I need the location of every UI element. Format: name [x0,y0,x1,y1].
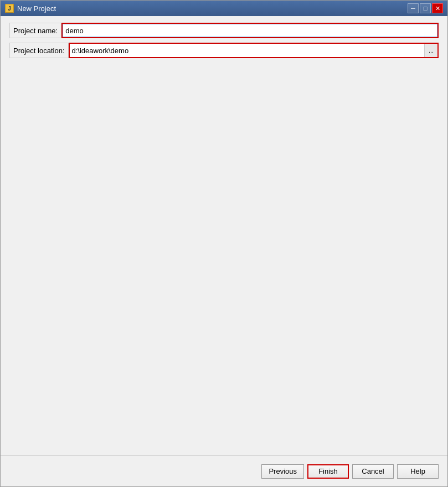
button-bar: Previous Finish Cancel Help [1,455,447,486]
window-icon: J [5,4,14,13]
new-project-dialog: J New Project ─ □ ✕ Project name: Projec… [0,0,448,487]
finish-button[interactable]: Finish [307,464,349,479]
title-bar-left: J New Project [5,4,56,13]
cancel-button[interactable]: Cancel [352,464,394,479]
window-controls: ─ □ ✕ [408,3,443,13]
project-location-input-wrapper: ... [69,43,439,58]
close-button[interactable]: ✕ [432,3,443,13]
previous-button[interactable]: Previous [261,464,304,479]
window-title: New Project [17,4,56,13]
project-location-row: Project location: ... [9,43,439,58]
project-name-input-wrapper [61,23,439,38]
project-name-label: Project name: [9,23,61,38]
content-spacer [9,63,439,449]
project-name-input[interactable] [63,24,437,37]
title-bar: J New Project ─ □ ✕ [1,1,447,16]
browse-button[interactable]: ... [424,44,437,57]
dialog-content: Project name: Project location: ... [1,16,447,455]
help-button[interactable]: Help [397,464,439,479]
project-name-row: Project name: [9,23,439,38]
maximize-button[interactable]: □ [420,3,431,13]
minimize-button[interactable]: ─ [408,3,419,13]
project-location-input[interactable] [70,44,425,57]
project-location-label: Project location: [9,43,69,58]
